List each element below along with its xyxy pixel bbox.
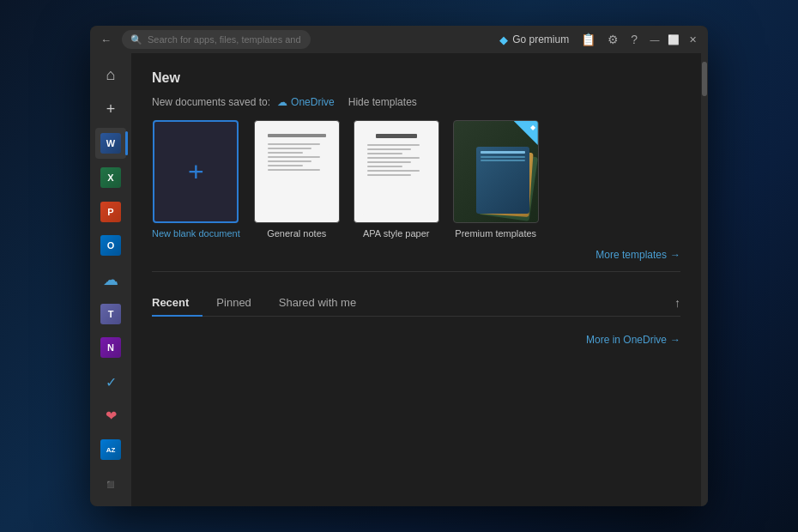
content-area: New New documents saved to: ☁ OneDrive H…	[131, 53, 701, 506]
title-bar-right: ◆ Go premium 📋 ⚙ ? — ⬜ ✕	[499, 33, 698, 46]
plus-icon: +	[188, 156, 204, 188]
paper-line	[367, 174, 411, 176]
sidebar-item-home[interactable]: ⌂	[95, 60, 126, 91]
main-layout: ⌂ + W X P O ☁ T N	[90, 53, 708, 506]
sidebar-item-word[interactable]: W	[95, 128, 126, 159]
paper-line	[268, 152, 303, 154]
sidebar: ⌂ + W X P O ☁ T N	[90, 53, 131, 506]
more-onedrive-label: More in OneDrive	[586, 334, 667, 346]
template-thumb-notes	[254, 120, 340, 223]
more-templates-link[interactable]: More templates →	[152, 249, 680, 272]
sidebar-item-outlook[interactable]: O	[95, 230, 126, 261]
more-templates-arrow: →	[670, 249, 680, 261]
title-bar: ← 🔍 ◆ Go premium 📋 ⚙ ? — ⬜ ✕	[90, 26, 708, 53]
word-app-icon: W	[100, 133, 121, 154]
sidebar-item-excel[interactable]: X	[95, 162, 126, 193]
tabs-row: Recent Pinned Shared with me ↑	[152, 289, 680, 317]
azure-app-icon: AZ	[100, 439, 121, 460]
add-icon: +	[106, 100, 116, 118]
scrollbar-thumb[interactable]	[702, 62, 707, 96]
paper-thumb-notes	[263, 129, 331, 215]
todo-icon: ✓	[106, 374, 117, 390]
template-thumb-blank: +	[153, 120, 239, 223]
back-button[interactable]: ←	[100, 33, 112, 46]
new-section-title: New	[152, 70, 680, 86]
premium-line	[481, 156, 525, 158]
clipboard-icon[interactable]: 📋	[581, 33, 595, 46]
diamond-icon: ◆	[499, 33, 508, 46]
onedrive-badge-label: OneDrive	[291, 96, 335, 108]
tab-recent[interactable]: Recent	[152, 289, 203, 316]
viva-icon: ❤	[106, 408, 117, 424]
sidebar-item-powerpoint[interactable]: P	[95, 196, 126, 227]
template-label-notes: General notes	[267, 228, 326, 239]
premium-line	[481, 151, 525, 154]
go-premium-label: Go premium	[512, 33, 569, 45]
go-premium-button[interactable]: ◆ Go premium	[499, 33, 569, 46]
sidebar-item-azure[interactable]: AZ	[95, 435, 126, 466]
paper-line	[268, 134, 326, 137]
template-card-blank[interactable]: + New blank document	[152, 120, 240, 239]
sidebar-item-teams[interactable]: T	[95, 299, 126, 329]
search-icon: 🔍	[130, 34, 142, 45]
title-bar-left: ← 🔍	[100, 30, 311, 49]
scrollbar-track[interactable]	[701, 53, 708, 506]
search-input[interactable]	[148, 34, 302, 45]
template-card-premium[interactable]: ◆ Premium templates	[453, 120, 539, 239]
paper-line	[268, 165, 303, 166]
paper-line	[268, 169, 320, 171]
paper-line	[367, 148, 411, 150]
more-onedrive-arrow: →	[670, 334, 680, 346]
paper-line	[367, 153, 402, 154]
sidebar-item-new[interactable]: +	[95, 94, 126, 125]
onedrive-badge[interactable]: ☁ OneDrive	[277, 96, 335, 108]
save-info: New documents saved to: ☁ OneDrive Hide …	[152, 96, 680, 108]
sort-icon[interactable]: ↑	[674, 296, 680, 310]
outlook-app-icon: O	[100, 235, 121, 256]
hide-templates-link[interactable]: Hide templates	[348, 96, 417, 108]
premium-line	[481, 160, 525, 161]
more-templates-label: More templates	[595, 249, 667, 261]
help-icon[interactable]: ?	[631, 33, 638, 46]
template-label-apa: APA style paper	[363, 228, 429, 239]
tab-pinned[interactable]: Pinned	[203, 289, 264, 316]
tab-shared[interactable]: Shared with me	[265, 289, 370, 316]
premium-corner-icon: ◆	[530, 124, 535, 131]
sidebar-item-onedrive[interactable]: ☁	[95, 264, 126, 295]
paper-line	[367, 144, 420, 146]
template-thumb-apa	[354, 120, 439, 223]
premium-card-content	[476, 147, 529, 166]
paper-thumb-apa	[362, 129, 431, 215]
templates-grid: + New blank document	[152, 120, 680, 239]
cloud-icon: ☁	[277, 96, 287, 108]
onenote-app-icon: N	[100, 337, 121, 358]
powerpoint-app-icon: P	[100, 202, 121, 222]
paper-line	[367, 166, 402, 167]
sidebar-item-todo[interactable]: ✓	[95, 366, 126, 397]
template-card-apa[interactable]: APA style paper	[354, 120, 439, 239]
apps-icon: ◾	[102, 476, 119, 493]
paper-line	[367, 170, 420, 172]
minimize-button[interactable]: —	[650, 34, 660, 45]
maximize-button[interactable]: ⬜	[668, 34, 679, 45]
paper-line	[367, 161, 411, 163]
onedrive-icon: ☁	[103, 270, 118, 289]
sidebar-item-onenote[interactable]: N	[95, 333, 126, 364]
close-button[interactable]: ✕	[687, 34, 698, 45]
template-label-premium: Premium templates	[455, 228, 536, 239]
paper-line	[268, 160, 311, 162]
settings-icon[interactable]: ⚙	[608, 33, 619, 46]
template-label-blank: New blank document	[152, 228, 240, 239]
template-thumb-premium: ◆	[453, 120, 539, 223]
paper-line	[367, 157, 420, 159]
excel-app-icon: X	[100, 167, 121, 188]
sidebar-item-viva[interactable]: ❤	[95, 401, 126, 432]
paper-line	[268, 156, 320, 158]
search-bar[interactable]: 🔍	[122, 30, 311, 49]
more-in-onedrive-link[interactable]: More in OneDrive →	[152, 334, 680, 346]
sidebar-item-apps[interactable]: ◾	[95, 469, 126, 499]
premium-card-front	[476, 147, 529, 214]
template-card-notes[interactable]: General notes	[254, 120, 340, 239]
paper-line	[268, 143, 320, 145]
word-app-window: ← 🔍 ◆ Go premium 📋 ⚙ ? — ⬜ ✕ ⌂	[90, 26, 708, 506]
